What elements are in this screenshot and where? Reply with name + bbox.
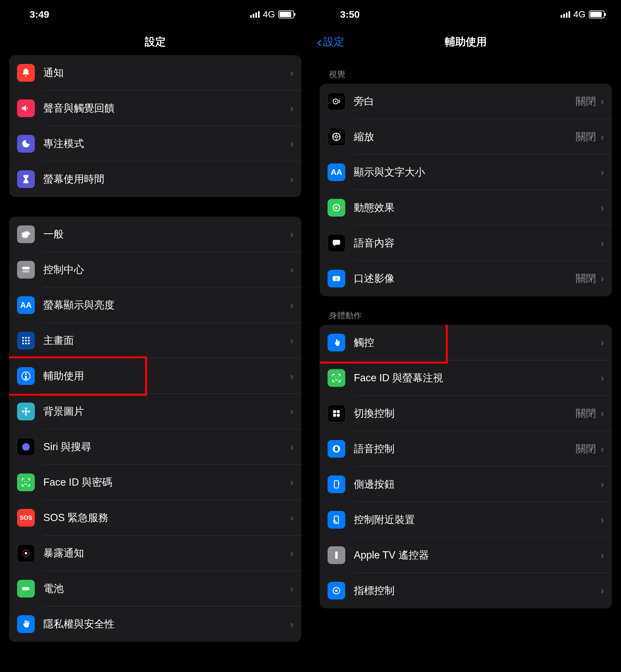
settings-row-pointer[interactable]: 指標控制›: [320, 573, 612, 608]
settings-row-zoom[interactable]: 縮放關閉›: [320, 119, 612, 155]
row-label: 聲音與觸覺回饋: [43, 101, 290, 115]
settings-row-motion[interactable]: 動態效果›: [320, 190, 612, 225]
svg-point-38: [335, 377, 336, 378]
back-button[interactable]: ‹ 設定: [317, 35, 344, 49]
row-label: 口述影像: [354, 272, 576, 286]
chevron-right-icon: ›: [601, 585, 604, 596]
back-label: 設定: [323, 35, 344, 49]
svg-rect-45: [334, 481, 339, 488]
settings-row-accessibility[interactable]: 輔助使用›: [9, 358, 301, 394]
svg-point-50: [335, 589, 338, 592]
row-label: 切換控制: [354, 407, 576, 420]
settings-row-speaker[interactable]: 聲音與觸覺回饋›: [9, 91, 301, 126]
accessibility-content[interactable]: 視覺旁白關閉›縮放關閉›AA顯示與文字大小›動態效果›語音內容›))口述影像關閉…: [310, 55, 621, 608]
settings-row-faceid[interactable]: Face ID 與螢幕注視›: [320, 360, 612, 396]
svg-rect-4: [28, 337, 30, 339]
svg-rect-7: [28, 340, 30, 342]
settings-row-toggles[interactable]: 控制中心›: [9, 252, 301, 287]
pointer-icon: [328, 582, 345, 599]
row-label: 專注模式: [43, 137, 290, 151]
settings-row-aa[interactable]: AA螢幕顯示與亮度›: [9, 287, 301, 323]
settings-row-grid[interactable]: 主畫面›: [9, 323, 301, 358]
battery-icon: [589, 10, 605, 18]
settings-row-sos[interactable]: SOSSOS 緊急服務›: [9, 500, 301, 536]
settings-row-exposure[interactable]: 暴露通知›: [9, 536, 301, 571]
svg-rect-41: [337, 410, 340, 413]
svg-rect-6: [25, 340, 27, 342]
gear-icon: [17, 225, 35, 243]
row-label: 隱私權與安全性: [43, 617, 290, 631]
status-indicators: 4G: [250, 9, 294, 20]
svg-rect-23: [22, 587, 29, 590]
settings-row-battery[interactable]: 電池›: [9, 571, 301, 606]
settings-row-bell[interactable]: 通知›: [9, 55, 301, 91]
signal-icon: [561, 11, 570, 18]
svg-point-13: [25, 410, 27, 413]
chevron-right-icon: ›: [290, 512, 293, 523]
row-value: 關閉: [576, 272, 596, 286]
side-btn-icon: [328, 475, 345, 493]
settings-row-aa[interactable]: AA顯示與文字大小›: [320, 155, 612, 190]
settings-content[interactable]: 通知›聲音與觸覺回饋›專注模式›螢幕使用時間›一般›控制中心›AA螢幕顯示與亮度…: [0, 55, 310, 642]
row-label: 旁白: [354, 94, 576, 108]
svg-point-12: [25, 373, 27, 375]
settings-row-gear[interactable]: 一般›: [9, 217, 301, 252]
svg-point-16: [22, 410, 25, 413]
chevron-right-icon: ›: [290, 335, 293, 346]
chevron-right-icon: ›: [601, 443, 604, 455]
settings-screen: 3:49 4G 設定 通知›聲音與觸覺回饋›專注模式›螢幕使用時間›一般›控制中…: [0, 0, 310, 672]
page-title: 輔助使用: [445, 35, 487, 49]
settings-row-voice-ctrl[interactable]: 語音控制關閉›: [320, 431, 612, 467]
chevron-left-icon: ‹: [317, 35, 322, 49]
flower-icon: [17, 403, 35, 420]
svg-rect-3: [25, 337, 27, 339]
settings-row-siri[interactable]: Siri 與搜尋›: [9, 429, 301, 465]
chevron-right-icon: ›: [601, 202, 604, 213]
row-label: 觸控: [354, 336, 601, 349]
chevron-right-icon: ›: [290, 174, 293, 185]
moon-icon: [17, 135, 35, 153]
settings-row-hourglass[interactable]: 螢幕使用時間›: [9, 161, 301, 197]
chevron-right-icon: ›: [290, 583, 293, 594]
svg-text:)): )): [335, 277, 338, 281]
settings-group: 觸控›Face ID 與螢幕注視›切換控制關閉›語音控制關閉›側邊按鈕›控制附近…: [320, 325, 612, 608]
row-label: Siri 與搜尋: [43, 440, 290, 454]
settings-group: 一般›控制中心›AA螢幕顯示與亮度›主畫面›輔助使用›背景圖片›Siri 與搜尋…: [9, 217, 301, 642]
status-bar: 3:49 4G: [0, 0, 310, 29]
touch-icon: [328, 334, 345, 351]
settings-row-switch[interactable]: 切換控制關閉›: [320, 396, 612, 431]
battery-icon: [17, 580, 35, 597]
svg-point-26: [335, 101, 336, 102]
settings-row-voiceover[interactable]: 旁白關閉›: [320, 84, 612, 119]
row-label: 縮放: [354, 130, 576, 144]
chevron-right-icon: ›: [290, 138, 293, 149]
tv-remote-icon: [328, 546, 345, 564]
settings-row-nearby[interactable]: 控制附近裝置›: [320, 502, 612, 538]
nearby-icon: [328, 511, 345, 529]
settings-row-faceid[interactable]: Face ID 與密碼›: [9, 465, 301, 500]
status-time: 3:49: [30, 9, 49, 20]
hourglass-icon: [17, 170, 35, 188]
audio-desc-icon: )): [328, 270, 345, 287]
settings-row-speech[interactable]: 語音內容›: [320, 225, 612, 261]
settings-row-audio-desc[interactable]: ))口述影像關閉›: [320, 261, 612, 296]
row-label: 語音內容: [354, 236, 601, 250]
svg-point-17: [28, 410, 30, 413]
aa-icon: AA: [328, 163, 345, 181]
chevron-right-icon: ›: [290, 67, 293, 78]
row-label: 輔助使用: [43, 369, 290, 383]
settings-row-side-btn[interactable]: 側邊按鈕›: [320, 467, 612, 502]
settings-row-hand[interactable]: 隱私權與安全性›: [9, 606, 301, 642]
settings-row-tv-remote[interactable]: Apple TV 遙控器›: [320, 538, 612, 573]
settings-row-moon[interactable]: 專注模式›: [9, 126, 301, 161]
page-title: 設定: [145, 35, 166, 49]
svg-rect-1: [22, 270, 30, 273]
status-time: 3:50: [340, 9, 360, 20]
row-label: 指標控制: [354, 584, 601, 597]
chevron-right-icon: ›: [290, 406, 293, 417]
settings-row-touch[interactable]: 觸控›: [320, 325, 612, 360]
svg-point-39: [337, 377, 338, 378]
row-label: 背景圖片: [43, 405, 290, 418]
settings-row-flower[interactable]: 背景圖片›: [9, 394, 301, 429]
svg-point-14: [25, 408, 27, 410]
